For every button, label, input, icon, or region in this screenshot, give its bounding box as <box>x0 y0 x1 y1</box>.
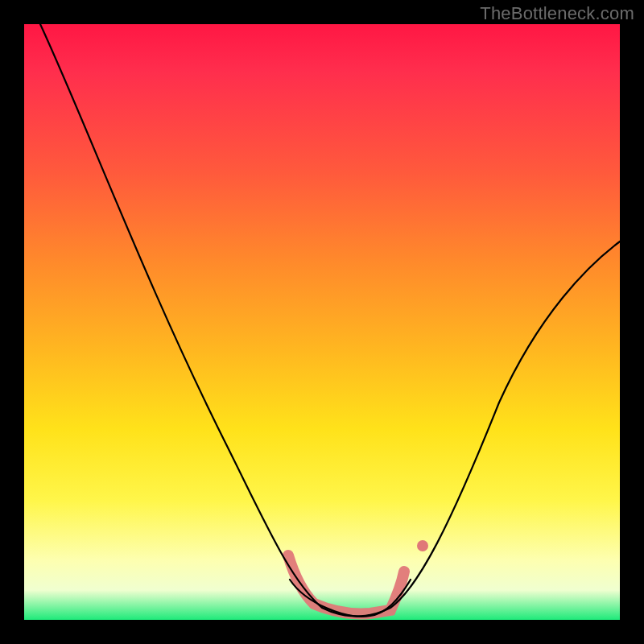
plot-area <box>24 24 620 620</box>
valley-highlight-dot <box>417 540 428 551</box>
bottleneck-curve-svg <box>24 24 620 620</box>
bottleneck-curve-line <box>40 24 620 617</box>
chart-frame: TheBottleneck.com <box>0 0 644 644</box>
watermark-text: TheBottleneck.com <box>480 3 634 24</box>
valley-highlight <box>288 555 404 614</box>
